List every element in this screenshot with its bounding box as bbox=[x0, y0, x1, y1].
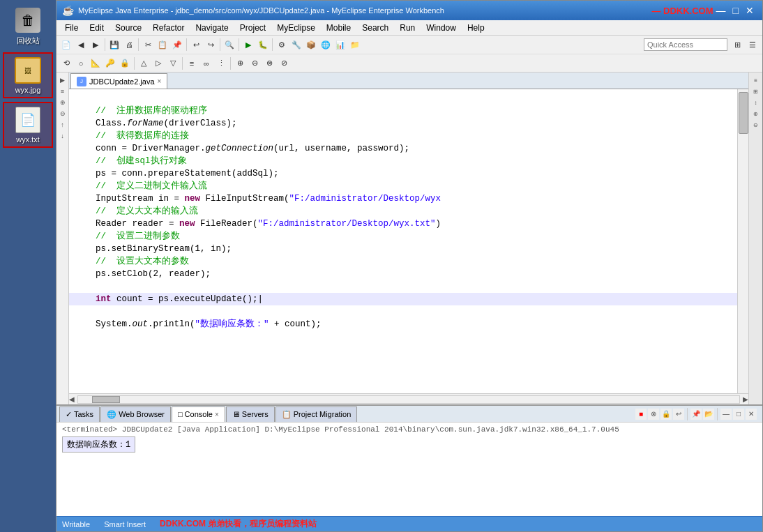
tb-extra-3[interactable]: 📦 bbox=[304, 38, 318, 52]
console-minimize[interactable]: — bbox=[720, 409, 732, 420]
tb2-btn6[interactable]: △ bbox=[137, 56, 151, 70]
menu-source[interactable]: Source bbox=[109, 22, 147, 34]
code-area[interactable]: // 注册数据库的驱动程序 Class.forName(driverClass)… bbox=[69, 89, 737, 393]
menu-project[interactable]: Project bbox=[234, 22, 271, 34]
sidebar-btn-6[interactable]: ↓ bbox=[58, 131, 68, 141]
tb2-btn13[interactable]: ⊖ bbox=[248, 56, 262, 70]
horizontal-scrollbar[interactable]: ◀ ▶ bbox=[69, 393, 748, 404]
sidebar-btn-5[interactable]: ↑ bbox=[58, 120, 68, 130]
console-pin[interactable]: 📌 bbox=[690, 409, 702, 420]
tb-new-button[interactable]: 📄 bbox=[59, 38, 73, 52]
right-sidebar-btn-5[interactable]: ⊖ bbox=[751, 120, 761, 130]
menu-file[interactable]: File bbox=[59, 22, 84, 34]
tb2-btn7[interactable]: ▷ bbox=[151, 56, 165, 70]
console-result: 数据响应条数：1 bbox=[62, 436, 135, 453]
tb-redo-button[interactable]: ↪ bbox=[204, 38, 218, 52]
sidebar-btn-3[interactable]: ⊕ bbox=[58, 98, 68, 107]
menu-search[interactable]: Search bbox=[356, 22, 394, 34]
sidebar-btn-4[interactable]: ⊖ bbox=[58, 109, 68, 119]
editor-tab-close[interactable]: × bbox=[158, 77, 162, 85]
wyx-txt-icon[interactable]: 📄 wyx.txt bbox=[3, 102, 53, 148]
menu-window[interactable]: Window bbox=[421, 22, 462, 34]
menu-myeclipse[interactable]: MyEclipse bbox=[271, 22, 321, 34]
console-maximize[interactable]: □ bbox=[733, 409, 744, 420]
right-sidebar-btn-3[interactable]: ↕ bbox=[751, 98, 761, 107]
view-button[interactable]: ☰ bbox=[746, 38, 760, 52]
editor-content[interactable]: // 注册数据库的驱动程序 Class.forName(driverClass)… bbox=[69, 89, 748, 393]
tb-print-button[interactable]: 🖨 bbox=[122, 38, 136, 52]
status-ddkk: DDKK.COM 弟弟快看，程序员编程资料站 bbox=[160, 518, 317, 530]
console-word-wrap[interactable]: ↩ bbox=[673, 409, 684, 420]
menu-help[interactable]: Help bbox=[462, 22, 490, 34]
tb-extra-1[interactable]: ⚙ bbox=[275, 38, 289, 52]
tb-extra-6[interactable]: 📁 bbox=[348, 38, 362, 52]
tb2-btn1[interactable]: ⟲ bbox=[59, 56, 73, 70]
quick-access-input[interactable] bbox=[644, 38, 727, 51]
perspective-button[interactable]: ⊞ bbox=[730, 38, 744, 52]
tb2-btn2[interactable]: ○ bbox=[74, 56, 88, 70]
menu-edit[interactable]: Edit bbox=[84, 22, 109, 34]
tb-paste-button[interactable]: 📌 bbox=[170, 38, 184, 52]
editor-tab-jdbcupdate2[interactable]: J JDBCUpdate2.java × bbox=[70, 73, 167, 89]
h-scroll-left[interactable]: ◀ bbox=[69, 395, 75, 403]
tb-undo-button[interactable]: ↩ bbox=[189, 38, 203, 52]
tab-console[interactable]: □ Console × bbox=[172, 406, 225, 422]
tb-debug-button[interactable]: 🐛 bbox=[256, 38, 270, 52]
code-comment-5: // 定义大文本的输入流 bbox=[75, 206, 198, 216]
tab-tasks[interactable]: ✓ Tasks bbox=[59, 406, 100, 422]
maximize-button[interactable]: □ bbox=[730, 5, 741, 16]
tb-save-button[interactable]: 💾 bbox=[107, 38, 121, 52]
tab-servers[interactable]: 🖥 Servers bbox=[226, 406, 275, 422]
sidebar-btn-1[interactable]: ▶ bbox=[58, 75, 68, 85]
tb2-btn15[interactable]: ⊘ bbox=[277, 56, 291, 70]
right-sidebar-btn-1[interactable]: ≡ bbox=[751, 75, 761, 85]
console-open-file[interactable]: 📂 bbox=[703, 409, 714, 420]
h-scroll-track[interactable] bbox=[77, 395, 740, 404]
right-sidebar-btn-4[interactable]: ⊕ bbox=[751, 109, 761, 119]
tb-extra-2[interactable]: 🔧 bbox=[289, 38, 303, 52]
console-tab-close[interactable]: × bbox=[215, 411, 219, 418]
tb2-btn14[interactable]: ⊗ bbox=[262, 56, 276, 70]
code-comment-7: // 设置大文本的参数 bbox=[75, 257, 189, 266]
tb2-btn8[interactable]: ▽ bbox=[166, 56, 180, 70]
wyx-txt-label: wyx.txt bbox=[16, 135, 40, 144]
tb2-btn10[interactable]: ∞ bbox=[199, 56, 213, 70]
tb-run-button[interactable]: ▶ bbox=[241, 38, 255, 52]
tb-separator-5 bbox=[239, 38, 239, 51]
tb-forward-button[interactable]: ▶ bbox=[89, 38, 103, 52]
recycle-bin-icon[interactable]: 🗑 回收站 bbox=[3, 3, 53, 49]
tb-extra-5[interactable]: 📊 bbox=[333, 38, 347, 52]
menu-refactor[interactable]: Refactor bbox=[147, 22, 190, 34]
menu-run[interactable]: Run bbox=[394, 22, 421, 34]
tb2-btn9[interactable]: ≡ bbox=[185, 56, 199, 70]
tb-search-button[interactable]: 🔍 bbox=[222, 38, 236, 52]
menu-mobile[interactable]: Mobile bbox=[321, 22, 356, 34]
h-scroll-right[interactable]: ▶ bbox=[743, 395, 748, 403]
tb-cut-button[interactable]: ✂ bbox=[141, 38, 155, 52]
tb2-btn12[interactable]: ⊕ bbox=[233, 56, 247, 70]
sidebar-btn-2[interactable]: ≡ bbox=[58, 86, 68, 96]
tb-separator-3 bbox=[186, 38, 187, 51]
right-sidebar-btn-2[interactable]: ⊞ bbox=[751, 86, 761, 96]
scrollbar-thumb[interactable] bbox=[739, 92, 748, 134]
console-clear-button[interactable]: ⊗ bbox=[648, 409, 659, 420]
tb-back-button[interactable]: ◀ bbox=[74, 38, 88, 52]
tb2-btn11[interactable]: ⋮ bbox=[214, 56, 228, 70]
tab-project-migration[interactable]: 📋 Project Migration bbox=[275, 406, 358, 422]
close-button[interactable]: ✕ bbox=[743, 5, 757, 16]
h-scroll-thumb[interactable] bbox=[92, 396, 120, 403]
console-close[interactable]: ✕ bbox=[746, 409, 757, 420]
tb2-btn5[interactable]: 🔒 bbox=[118, 56, 132, 70]
tab-web-browser[interactable]: 🌐 Web Browser bbox=[100, 406, 171, 422]
tb2-btn4[interactable]: 🔑 bbox=[103, 56, 117, 70]
tb-extra-4[interactable]: 🌐 bbox=[319, 38, 333, 52]
minimize-button[interactable]: — bbox=[713, 5, 729, 16]
menu-navigate[interactable]: Navigate bbox=[190, 22, 234, 34]
console-stop-button[interactable]: ■ bbox=[635, 409, 647, 420]
editor-scrollbar[interactable] bbox=[737, 89, 748, 393]
tb-copy-button[interactable]: 📋 bbox=[156, 38, 169, 52]
console-scroll-lock[interactable]: 🔒 bbox=[660, 409, 672, 420]
wyx-jpg-icon[interactable]: 🖼 wyx.jpg bbox=[3, 52, 53, 98]
tb2-btn3[interactable]: 📐 bbox=[89, 56, 103, 70]
editor-container: J JDBCUpdate2.java × // 注册数据库的驱动程序 Class… bbox=[69, 73, 748, 404]
